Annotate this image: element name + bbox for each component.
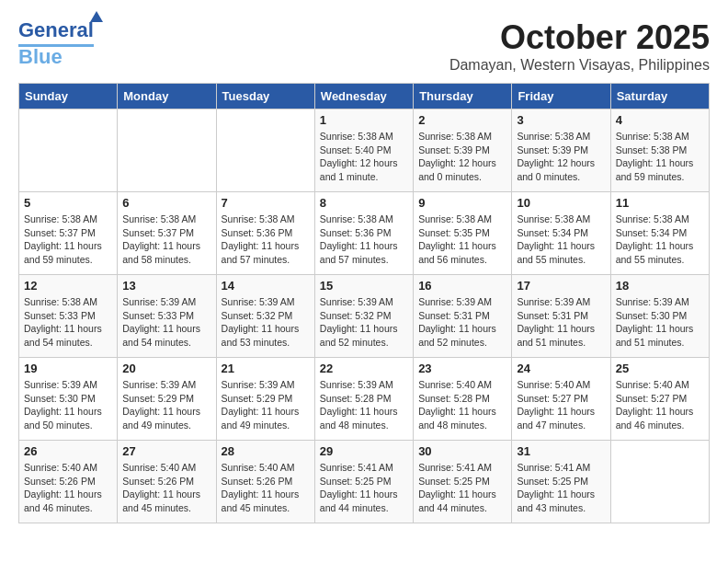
- table-row: 29Sunrise: 5:41 AMSunset: 5:25 PMDayligh…: [314, 441, 413, 523]
- cell-day-info: Sunrise: 5:38 AMSunset: 5:34 PMDaylight:…: [517, 213, 605, 267]
- cell-day-number: 7: [222, 196, 310, 210]
- cell-day-number: 27: [122, 444, 210, 458]
- cell-day-number: 17: [517, 279, 605, 293]
- page-header: General Blue October 2025 Damayan, Weste…: [18, 18, 710, 74]
- cell-day-number: 23: [418, 362, 506, 375]
- table-row: 27Sunrise: 5:40 AMSunset: 5:26 PMDayligh…: [118, 441, 216, 523]
- cell-day-number: 1: [320, 113, 408, 127]
- table-row: [216, 109, 314, 192]
- table-row: 25Sunrise: 5:40 AMSunset: 5:27 PMDayligh…: [610, 358, 709, 441]
- cell-day-info: Sunrise: 5:38 AMSunset: 5:36 PMDaylight:…: [320, 213, 408, 267]
- cell-day-info: Sunrise: 5:40 AMSunset: 5:28 PMDaylight:…: [418, 378, 506, 432]
- calendar-week-row: 19Sunrise: 5:39 AMSunset: 5:30 PMDayligh…: [19, 358, 710, 441]
- calendar-title: October 2025: [449, 18, 710, 57]
- cell-day-number: 18: [616, 279, 704, 293]
- cell-day-number: 26: [24, 444, 112, 458]
- cell-day-number: 25: [616, 362, 704, 375]
- header-saturday: Saturday: [610, 84, 709, 109]
- cell-day-info: Sunrise: 5:38 AMSunset: 5:39 PMDaylight:…: [517, 130, 605, 184]
- calendar-header-row: Sunday Monday Tuesday Wednesday Thursday…: [19, 84, 710, 109]
- cell-day-info: Sunrise: 5:39 AMSunset: 5:31 PMDaylight:…: [418, 295, 506, 350]
- cell-day-info: Sunrise: 5:38 AMSunset: 5:34 PMDaylight:…: [616, 213, 704, 267]
- calendar-week-row: 1Sunrise: 5:38 AMSunset: 5:40 PMDaylight…: [19, 109, 710, 192]
- table-row: 5Sunrise: 5:38 AMSunset: 5:37 PMDaylight…: [19, 192, 118, 275]
- table-row: 15Sunrise: 5:39 AMSunset: 5:32 PMDayligh…: [314, 275, 413, 358]
- calendar-table: Sunday Monday Tuesday Wednesday Thursday…: [18, 83, 710, 523]
- table-row: 24Sunrise: 5:40 AMSunset: 5:27 PMDayligh…: [512, 358, 610, 441]
- title-block: October 2025 Damayan, Western Visayas, P…: [449, 18, 710, 74]
- cell-day-info: Sunrise: 5:38 AMSunset: 5:40 PMDaylight:…: [320, 130, 408, 184]
- cell-day-info: Sunrise: 5:40 AMSunset: 5:26 PMDaylight:…: [24, 461, 112, 515]
- cell-day-number: 15: [320, 279, 408, 293]
- table-row: 13Sunrise: 5:39 AMSunset: 5:33 PMDayligh…: [118, 275, 216, 358]
- cell-day-info: Sunrise: 5:39 AMSunset: 5:29 PMDaylight:…: [222, 378, 310, 432]
- header-sunday: Sunday: [19, 84, 118, 109]
- cell-day-info: Sunrise: 5:39 AMSunset: 5:32 PMDaylight:…: [222, 295, 310, 350]
- cell-day-number: 2: [418, 113, 506, 127]
- cell-day-number: 3: [517, 113, 605, 127]
- cell-day-info: Sunrise: 5:38 AMSunset: 5:38 PMDaylight:…: [616, 130, 704, 184]
- cell-day-number: 9: [418, 196, 506, 210]
- cell-day-info: Sunrise: 5:40 AMSunset: 5:27 PMDaylight:…: [517, 378, 605, 432]
- calendar-week-row: 26Sunrise: 5:40 AMSunset: 5:26 PMDayligh…: [19, 441, 710, 523]
- cell-day-info: Sunrise: 5:38 AMSunset: 5:35 PMDaylight:…: [418, 213, 506, 267]
- cell-day-number: 10: [517, 196, 605, 210]
- table-row: 3Sunrise: 5:38 AMSunset: 5:39 PMDaylight…: [512, 109, 610, 192]
- table-row: [19, 109, 118, 192]
- calendar-week-row: 5Sunrise: 5:38 AMSunset: 5:37 PMDaylight…: [19, 192, 710, 275]
- header-thursday: Thursday: [414, 84, 512, 109]
- cell-day-info: Sunrise: 5:39 AMSunset: 5:30 PMDaylight:…: [616, 295, 704, 350]
- logo-general: General: [18, 18, 94, 42]
- cell-day-number: 14: [222, 279, 310, 293]
- table-row: 18Sunrise: 5:39 AMSunset: 5:30 PMDayligh…: [610, 275, 709, 358]
- table-row: 21Sunrise: 5:39 AMSunset: 5:29 PMDayligh…: [216, 358, 314, 441]
- cell-day-number: 20: [122, 362, 210, 375]
- cell-day-info: Sunrise: 5:40 AMSunset: 5:27 PMDaylight:…: [616, 378, 704, 432]
- table-row: 10Sunrise: 5:38 AMSunset: 5:34 PMDayligh…: [512, 192, 610, 275]
- table-row: 19Sunrise: 5:39 AMSunset: 5:30 PMDayligh…: [19, 358, 118, 441]
- cell-day-info: Sunrise: 5:38 AMSunset: 5:37 PMDaylight:…: [122, 213, 210, 267]
- cell-day-info: Sunrise: 5:39 AMSunset: 5:28 PMDaylight:…: [320, 378, 408, 432]
- cell-day-info: Sunrise: 5:38 AMSunset: 5:36 PMDaylight:…: [222, 213, 310, 267]
- cell-day-number: 30: [418, 444, 506, 458]
- header-monday: Monday: [118, 84, 216, 109]
- table-row: 7Sunrise: 5:38 AMSunset: 5:36 PMDaylight…: [216, 192, 314, 275]
- calendar-subtitle: Damayan, Western Visayas, Philippines: [449, 57, 710, 74]
- cell-day-number: 5: [24, 196, 112, 210]
- cell-day-number: 12: [24, 279, 112, 293]
- table-row: 6Sunrise: 5:38 AMSunset: 5:37 PMDaylight…: [118, 192, 216, 275]
- table-row: 12Sunrise: 5:38 AMSunset: 5:33 PMDayligh…: [19, 275, 118, 358]
- cell-day-number: 8: [320, 196, 408, 210]
- cell-day-info: Sunrise: 5:39 AMSunset: 5:30 PMDaylight:…: [24, 378, 112, 432]
- logo: General Blue: [18, 18, 97, 69]
- table-row: 14Sunrise: 5:39 AMSunset: 5:32 PMDayligh…: [216, 275, 314, 358]
- header-friday: Friday: [512, 84, 610, 109]
- cell-day-number: 22: [320, 362, 408, 375]
- cell-day-info: Sunrise: 5:39 AMSunset: 5:32 PMDaylight:…: [320, 295, 408, 350]
- table-row: 30Sunrise: 5:41 AMSunset: 5:25 PMDayligh…: [414, 441, 512, 523]
- table-row: 8Sunrise: 5:38 AMSunset: 5:36 PMDaylight…: [314, 192, 413, 275]
- cell-day-number: 29: [320, 444, 408, 458]
- table-row: 4Sunrise: 5:38 AMSunset: 5:38 PMDaylight…: [610, 109, 709, 192]
- cell-day-number: 28: [222, 444, 310, 458]
- table-row: 9Sunrise: 5:38 AMSunset: 5:35 PMDaylight…: [414, 192, 512, 275]
- cell-day-info: Sunrise: 5:39 AMSunset: 5:33 PMDaylight:…: [122, 295, 210, 350]
- cell-day-number: 16: [418, 279, 506, 293]
- cell-day-info: Sunrise: 5:41 AMSunset: 5:25 PMDaylight:…: [320, 461, 408, 515]
- cell-day-info: Sunrise: 5:38 AMSunset: 5:33 PMDaylight:…: [24, 295, 112, 350]
- cell-day-info: Sunrise: 5:40 AMSunset: 5:26 PMDaylight:…: [222, 461, 310, 515]
- cell-day-info: Sunrise: 5:39 AMSunset: 5:29 PMDaylight:…: [122, 378, 210, 432]
- cell-day-number: 11: [616, 196, 704, 210]
- table-row: 17Sunrise: 5:39 AMSunset: 5:31 PMDayligh…: [512, 275, 610, 358]
- cell-day-info: Sunrise: 5:38 AMSunset: 5:37 PMDaylight:…: [24, 213, 112, 267]
- table-row: 23Sunrise: 5:40 AMSunset: 5:28 PMDayligh…: [414, 358, 512, 441]
- table-row: 22Sunrise: 5:39 AMSunset: 5:28 PMDayligh…: [314, 358, 413, 441]
- table-row: 26Sunrise: 5:40 AMSunset: 5:26 PMDayligh…: [19, 441, 118, 523]
- logo-blue: Blue: [18, 45, 63, 69]
- table-row: 31Sunrise: 5:41 AMSunset: 5:25 PMDayligh…: [512, 441, 610, 523]
- cell-day-number: 6: [122, 196, 210, 210]
- cell-day-number: 24: [517, 362, 605, 375]
- cell-day-info: Sunrise: 5:39 AMSunset: 5:31 PMDaylight:…: [517, 295, 605, 350]
- logo-triangle-icon: [90, 11, 103, 22]
- table-row: [118, 109, 216, 192]
